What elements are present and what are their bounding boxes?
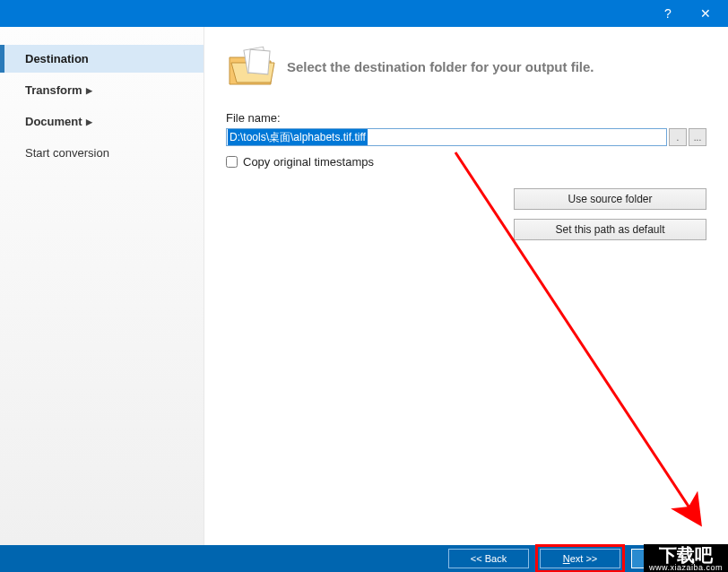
file-name-row: D:\tools\桌面\alphabets.tif.tiff . ... [226, 128, 706, 146]
copy-timestamps-checkbox[interactable]: Copy original timestamps [226, 155, 706, 169]
help-button[interactable]: ? [649, 0, 687, 27]
sidebar-item-start-conversion[interactable]: Start conversion [0, 139, 204, 167]
main-panel: Select the destination folder for your o… [204, 27, 728, 545]
file-name-value: D:\tools\桌面\alphabets.tif.tiff [228, 129, 368, 145]
sidebar-item-label: Destination [25, 52, 89, 65]
folder-icon [226, 45, 276, 88]
browse-button[interactable]: ... [689, 128, 706, 146]
copy-timestamps-label: Copy original timestamps [243, 155, 374, 169]
sidebar-item-label: Document [25, 115, 82, 128]
wizard-sidebar: Destination Transform ▶ Document ▶ Start… [0, 27, 204, 545]
use-source-folder-button[interactable]: Use source folder [514, 188, 706, 210]
watermark: 下载吧 www.xiazaiba.com [644, 544, 728, 572]
path-buttons-column: Use source folder Set this path as defau… [514, 188, 706, 240]
file-name-label: File name: [226, 111, 706, 125]
sidebar-item-destination[interactable]: Destination [0, 45, 204, 73]
content-area: Destination Transform ▶ Document ▶ Start… [0, 27, 728, 545]
title-bar: ? ✕ [0, 0, 728, 27]
back-button[interactable]: << Back [448, 549, 529, 568]
sidebar-item-transform[interactable]: Transform ▶ [0, 76, 204, 104]
file-name-input[interactable]: D:\tools\桌面\alphabets.tif.tiff [226, 128, 667, 146]
chevron-right-icon: ▶ [86, 86, 92, 95]
next-mnemonic: N [563, 553, 570, 564]
watermark-text: 下载吧 [659, 545, 713, 565]
sidebar-item-document[interactable]: Document ▶ [0, 108, 204, 135]
current-folder-button[interactable]: . [669, 128, 687, 146]
next-rest: ext >> [570, 553, 598, 564]
svg-rect-1 [248, 49, 270, 74]
wizard-footer: << Back Next >> START! [0, 545, 728, 572]
sidebar-item-label: Start conversion [25, 146, 109, 160]
chevron-right-icon: ▶ [86, 117, 92, 126]
watermark-url: www.xiazaiba.com [649, 564, 723, 572]
close-button[interactable]: ✕ [687, 0, 724, 27]
sidebar-item-label: Transform [25, 83, 82, 97]
set-path-default-button[interactable]: Set this path as default [514, 219, 706, 240]
next-button[interactable]: Next >> [540, 549, 620, 568]
copy-timestamps-input[interactable] [226, 156, 238, 168]
page-header: Select the destination folder for your o… [226, 45, 706, 88]
page-heading: Select the destination folder for your o… [287, 59, 594, 74]
